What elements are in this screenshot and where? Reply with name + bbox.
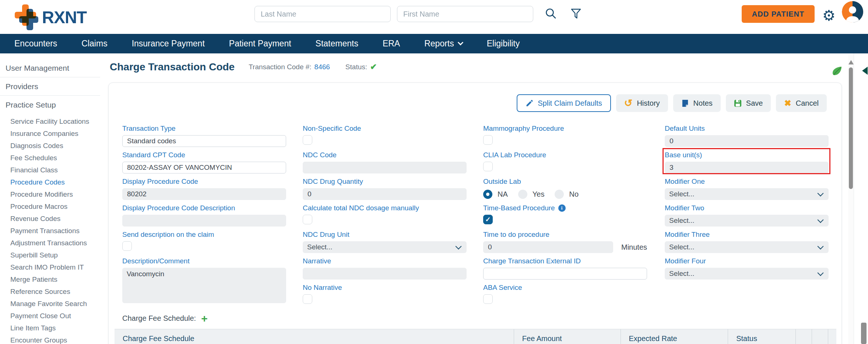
time-based-procedure-checkbox[interactable] — [483, 215, 493, 224]
transaction-code-value[interactable]: 8466 — [314, 63, 330, 71]
notes-button[interactable]: Notes — [673, 94, 721, 112]
sidebar-item-user-management[interactable]: User Management — [6, 64, 105, 73]
sidebar-item-procedure-modifiers[interactable]: Procedure Modifiers — [0, 188, 105, 200]
time-to-do-procedure-input — [483, 241, 613, 253]
outside-lab-radio-na[interactable] — [483, 190, 492, 199]
sidebar-item-providers[interactable]: Providers — [6, 82, 105, 91]
save-icon — [734, 99, 742, 107]
collapse-panel-arrow-icon[interactable] — [862, 67, 868, 75]
sidebar-item-adjustment-transactions[interactable]: Adjustment Transactions — [0, 237, 105, 249]
standard-cpt-code-input[interactable] — [122, 162, 286, 173]
field-label: Standard CPT Code — [122, 151, 286, 159]
scroll-up-arrow[interactable] — [848, 60, 854, 64]
outside-lab-na-label: NA — [498, 190, 508, 199]
modifier-three-select[interactable]: Select... — [665, 241, 829, 253]
rxnt-cross-icon — [15, 4, 38, 30]
modifier-four-select[interactable]: Select... — [665, 268, 829, 280]
mammography-procedure-checkbox[interactable] — [483, 135, 493, 145]
leaf-icon[interactable] — [832, 66, 843, 76]
notes-icon — [681, 99, 689, 107]
brand-text: RXNT — [42, 7, 87, 27]
col-header-empty-2 — [812, 329, 828, 344]
field-calculate-total-ndc: Calculate total NDC dosage manually — [303, 204, 467, 231]
form-column-2: Non-Specific Code NDC Code NDC Drug Quan… — [303, 124, 467, 310]
sidebar-item-revenue-codes[interactable]: Revenue Codes — [0, 213, 105, 225]
calculate-total-ndc-checkbox[interactable] — [303, 215, 312, 224]
pencil-icon — [526, 99, 533, 107]
default-units-input — [665, 135, 829, 147]
status-label: Status: — [345, 63, 367, 71]
page-title-row: Charge Transaction Code Transaction Code… — [110, 61, 377, 73]
sidebar-item-payment-close-out[interactable]: Payment Close Out — [0, 310, 105, 322]
modifier-three-value: Select... — [669, 243, 695, 251]
sidebar-item-superbill-setup[interactable]: Superbill Setup — [0, 249, 105, 261]
col-header-expected-rate: Expected Rate — [621, 329, 728, 344]
nav-claims[interactable]: Claims — [81, 39, 107, 49]
modifier-two-select[interactable]: Select... — [665, 215, 829, 227]
field-aba-service: ABA Service — [483, 284, 647, 310]
history-button[interactable]: ↺ History — [616, 94, 668, 112]
add-fee-schedule-icon[interactable]: + — [201, 315, 208, 323]
sidebar-item-encounter-groups[interactable]: Encounter Groups — [0, 334, 105, 344]
sidebar-item-procedure-codes[interactable]: Procedure Codes — [0, 176, 105, 188]
nav-insurance-payment[interactable]: Insurance Payment — [132, 39, 205, 49]
send-description-checkbox[interactable] — [122, 241, 132, 251]
avatar[interactable] — [842, 1, 863, 22]
non-specific-code-checkbox[interactable] — [303, 135, 312, 145]
divider — [0, 77, 100, 77]
sidebar-item-procedure-macros[interactable]: Procedure Macros — [0, 200, 105, 213]
sidebar-item-diagnosis-codes[interactable]: Diagnosis Codes — [0, 140, 105, 152]
gear-icon[interactable]: ⚙ — [822, 4, 836, 27]
outside-lab-radio-yes[interactable] — [518, 190, 527, 199]
field-narrative: Narrative — [303, 257, 467, 284]
outer-scrollbar-thumb[interactable] — [861, 323, 867, 344]
no-narrative-checkbox[interactable] — [303, 294, 312, 304]
add-patient-button[interactable]: ADD PATIENT — [742, 5, 815, 23]
first-name-input[interactable] — [397, 6, 533, 22]
search-icon[interactable] — [544, 7, 558, 21]
main-nav: Encounters Claims Insurance Payment Pati… — [0, 34, 868, 53]
field-label: Display Procedure Code — [122, 178, 286, 186]
rxnt-logo[interactable]: RXNT — [15, 4, 87, 30]
sidebar-item-insurance-companies[interactable]: Insurance Companies — [0, 127, 105, 140]
scrollbar-thumb[interactable] — [849, 67, 853, 189]
sidebar-item-merge-patients[interactable]: Merge Patients — [0, 273, 105, 285]
field-label: NDC Code — [303, 151, 467, 159]
sidebar-item-reference-sources[interactable]: Reference Sources — [0, 285, 105, 298]
status-check-icon: ✔ — [370, 62, 377, 72]
display-procedure-code-input — [122, 188, 286, 200]
nav-era[interactable]: ERA — [383, 39, 400, 49]
cancel-button[interactable]: ✖ Cancel — [776, 94, 827, 112]
sidebar-item-search-imo-problem-it[interactable]: Search IMO Problem IT — [0, 261, 105, 273]
split-claim-defaults-button[interactable]: Split Claim Defaults — [517, 94, 611, 112]
nav-patient-payment[interactable]: Patient Payment — [229, 39, 291, 49]
info-icon[interactable] — [558, 204, 566, 212]
modifier-one-select[interactable]: Select... — [665, 188, 829, 200]
filter-icon[interactable] — [569, 7, 583, 21]
nav-eligibility[interactable]: Eligibility — [487, 39, 520, 49]
clia-lab-procedure-checkbox[interactable] — [483, 162, 493, 171]
field-label: Mammography Procedure — [483, 124, 647, 133]
charge-fee-schedule-label: Charge Fee Schedule: — [122, 314, 196, 323]
last-name-input[interactable] — [254, 6, 391, 22]
sidebar-item-manage-favorite-search[interactable]: Manage Favorite Search — [0, 298, 105, 310]
nav-encounters[interactable]: Encounters — [14, 39, 57, 49]
save-button[interactable]: Save — [726, 94, 771, 112]
field-label: ABA Service — [483, 284, 647, 292]
sidebar-section-practice-setup[interactable]: Practice Setup — [6, 101, 105, 109]
ndc-drug-unit-select[interactable]: Select... — [303, 241, 467, 253]
sidebar-item-financial-class[interactable]: Financial Class — [0, 164, 105, 176]
nav-statements[interactable]: Statements — [316, 39, 358, 49]
outside-lab-radio-group: NA Yes No — [483, 188, 647, 200]
aba-service-checkbox[interactable] — [483, 294, 493, 304]
field-time-to-do-procedure: Time to do procedure Minutes — [483, 231, 647, 257]
sidebar-item-line-item-tags[interactable]: Line Item Tags — [0, 322, 105, 334]
sidebar-item-service-facility-locations[interactable]: Service Facility Locations — [0, 115, 105, 127]
sidebar-item-payment-transactions[interactable]: Payment Transactions — [0, 225, 105, 237]
field-standard-cpt-code: Standard CPT Code — [122, 151, 286, 178]
charge-transaction-external-id-input[interactable] — [483, 268, 647, 280]
outside-lab-radio-no[interactable] — [555, 190, 564, 199]
transaction-type-input[interactable] — [122, 135, 286, 147]
sidebar-item-fee-schedules[interactable]: Fee Schedules — [0, 152, 105, 164]
nav-reports[interactable]: Reports — [424, 39, 463, 49]
